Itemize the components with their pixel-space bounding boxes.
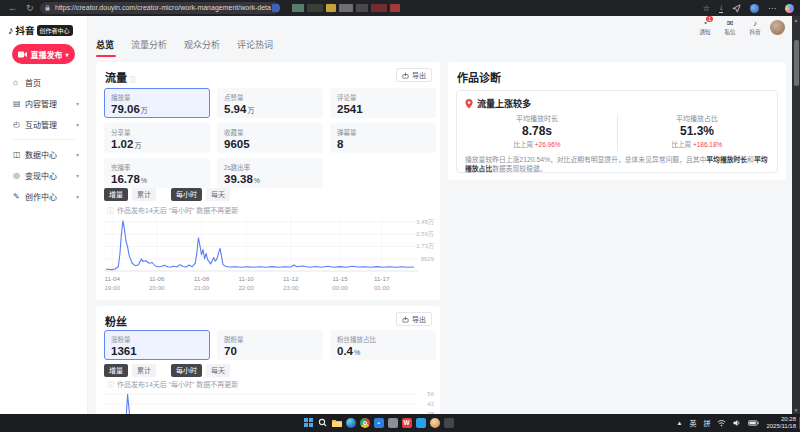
toggle-每天[interactable]: 每天 [206, 364, 230, 377]
browser-extension-icons [292, 4, 400, 12]
tab-2[interactable]: 观众分析 [184, 38, 220, 57]
home-icon: ⌂ [13, 78, 25, 87]
taskbar-start-icon[interactable] [303, 417, 314, 428]
tab-1[interactable]: 流量分析 [131, 38, 167, 57]
ime-language-indicator[interactable]: 英 [689, 418, 696, 428]
toggle-增量[interactable]: 增量 [104, 188, 128, 201]
speaker-icon[interactable] [733, 419, 741, 427]
address-bar[interactable]: https://creator.douyin.com/creator-micro… [40, 2, 280, 14]
fans-export-button[interactable]: 导出 [396, 312, 432, 326]
extension-chip[interactable] [326, 4, 336, 12]
metric-label: 2s跳出率 [224, 162, 316, 172]
extension-chip[interactable] [356, 4, 368, 12]
battery-icon[interactable] [748, 420, 759, 426]
divider [617, 115, 618, 151]
metric-label: 粉丝播放占比 [337, 334, 429, 344]
publish-button[interactable]: 直播发布 ▾ [12, 44, 75, 64]
ime-pinyin-indicator[interactable]: 拼 [703, 418, 710, 428]
extension-chip[interactable] [307, 4, 323, 12]
x-tick-date: 11-08 [194, 275, 210, 282]
taskbar-edge-icon[interactable] [345, 417, 356, 428]
taskbar-wps-icon[interactable]: W [401, 417, 412, 428]
scrollbar-thumb[interactable] [794, 40, 799, 86]
toggle-每小时[interactable]: 每小时 [171, 364, 202, 377]
refresh-icon[interactable]: ↻ [26, 2, 34, 14]
download-icon[interactable]: ↓ [719, 4, 723, 13]
diagnosis-headline: 流量上涨较多 [465, 97, 531, 110]
metric-tile-脱粉量[interactable]: 脱粉量70 [217, 330, 323, 360]
fans-title: 粉丝 [105, 313, 127, 329]
fans-toggles: 增量累计每小时每天 [104, 364, 230, 377]
browser-toolbar: ← ↻ https://creator.douyin.com/creator-m… [0, 0, 800, 16]
fans-section: 粉丝 导出 涨粉量1361脱粉量70粉丝播放占比0.4% 增量累计每小时每天 ⓘ… [96, 306, 440, 414]
sidebar-item-3[interactable]: ◫数据中心▾ [0, 144, 88, 165]
extension-chip[interactable] [339, 4, 353, 12]
favorite-star-icon[interactable]: ☆ [703, 4, 710, 13]
taskbar-explorer-icon[interactable] [331, 417, 342, 428]
x-tick-time: 01:00 [374, 284, 390, 291]
extension-chip[interactable] [390, 4, 400, 12]
header-action-通知[interactable]: ◔通知1 [697, 19, 713, 36]
taskbar-vscode-icon[interactable] [415, 417, 426, 428]
toggle-每天[interactable]: 每天 [206, 188, 230, 201]
browser-scrollbar[interactable]: ▲ ▼ [792, 16, 800, 414]
metric-tile-收藏量[interactable]: 收藏量9605 [217, 123, 323, 153]
toggle-累计[interactable]: 累计 [132, 188, 156, 201]
tray-chevron-icon[interactable]: ▲ [676, 420, 682, 426]
taskbar-account-icon[interactable] [429, 417, 440, 428]
metric-tile-完播率[interactable]: 完播率16.78% [104, 158, 210, 188]
export-icon [402, 72, 409, 79]
toggle-累计[interactable]: 累计 [132, 364, 156, 377]
browser-actions: ☆ ↓ ⋯ [703, 1, 794, 15]
metric-unit: % [354, 349, 360, 356]
douyin-logo[interactable]: ♪ 抖音 创作者中心 [8, 23, 73, 37]
sidebar-item-label: 首页 [25, 77, 41, 88]
x-tick-date: 11-17 [374, 275, 390, 282]
metric-unit: 万 [141, 107, 148, 114]
sidebar-item-4[interactable]: ◎变现中心▾ [0, 165, 88, 186]
taskbar-clock[interactable]: 20:28 2025/11/18 [766, 416, 796, 430]
metric-tile-粉丝播放占比[interactable]: 粉丝播放占比0.4% [330, 330, 436, 360]
taskbar-store-icon[interactable]: ▪ [373, 417, 384, 428]
taskbar-chrome-icon[interactable] [359, 417, 370, 428]
toggle-增量[interactable]: 增量 [104, 364, 128, 377]
traffic-export-button[interactable]: 导出 [396, 68, 432, 82]
user-avatar[interactable] [770, 20, 785, 35]
sidebar-item-1[interactable]: ▤内容管理▾ [0, 93, 88, 114]
back-icon[interactable]: ← [8, 2, 17, 14]
metric-tile-2s跳出率[interactable]: 2s跳出率39.38% [217, 158, 323, 188]
metric-tile-涨粉量[interactable]: 涨粉量1361 [104, 330, 210, 360]
header-action-抖音[interactable]: ♪抖音 [747, 19, 763, 36]
tab-0[interactable]: 总览 [96, 38, 114, 57]
toggle-每小时[interactable]: 每小时 [171, 188, 202, 201]
taskbar-settings-icon[interactable] [443, 417, 454, 428]
share-send-icon[interactable] [732, 4, 741, 13]
metric-tile-播放量[interactable]: 播放量79.06万 [104, 88, 210, 118]
metric-tile-评论量[interactable]: 评论量2541 [330, 88, 436, 118]
sidebar-item-label: 互动管理 [25, 119, 57, 130]
sidebar-item-2[interactable]: ◴互动管理▾ [0, 114, 88, 135]
taskbar-search-icon[interactable] [317, 417, 328, 428]
tab-3[interactable]: 评论热词 [237, 38, 273, 57]
extension-chip[interactable] [292, 4, 304, 12]
metric-value: 0.4% [337, 345, 429, 357]
browser-menu-icon[interactable]: ⋯ [768, 4, 776, 13]
metric-tile-分享量[interactable]: 分享量1.02万 [104, 123, 210, 153]
export-icon [402, 316, 409, 323]
scrollbar-down-icon[interactable]: ▼ [792, 407, 800, 413]
header-action-私信[interactable]: ✉私信 [722, 19, 738, 36]
taskbar-teams-icon[interactable] [387, 417, 398, 428]
extension-chip[interactable] [371, 4, 387, 12]
camera-icon [18, 51, 27, 58]
metric-tile-点赞量[interactable]: 点赞量5.94万 [217, 88, 323, 118]
browser-profile-avatar[interactable] [750, 4, 759, 13]
sidebar-item-5[interactable]: ✎创作中心▾ [0, 186, 88, 207]
stat-compare: 比上周 +26.96% [457, 139, 617, 149]
metric-tile-弹幕量[interactable]: 弹幕量8 [330, 123, 436, 153]
copilot-icon[interactable] [785, 4, 794, 13]
wifi-icon[interactable] [717, 419, 726, 427]
scrollbar-up-icon[interactable]: ▲ [792, 17, 800, 23]
taskbar-icons: ▪W [303, 417, 454, 428]
sidebar-item-0[interactable]: ⌂首页 [0, 72, 88, 93]
stat-value: 8.78s [457, 124, 617, 138]
